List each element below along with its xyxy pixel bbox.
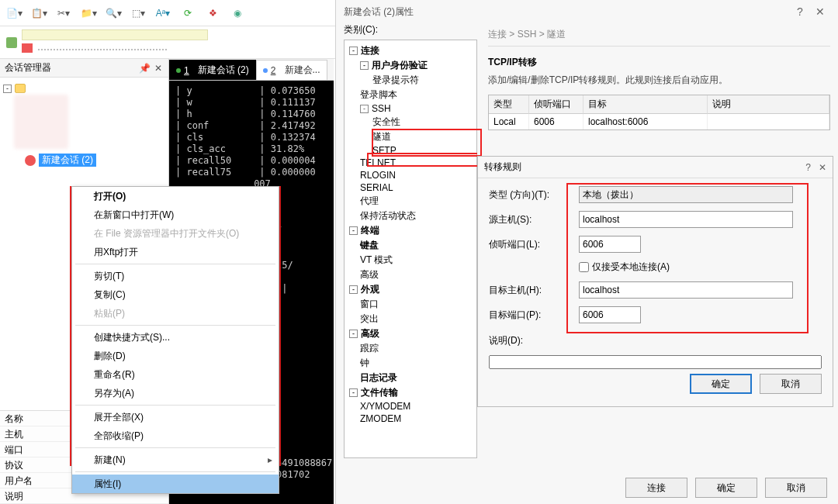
cancel-button[interactable]: 取消	[765, 478, 827, 498]
toolbar-icon[interactable]: ◉	[227, 4, 248, 22]
section-heading: TCP/IP转移	[488, 51, 830, 74]
status-dot-icon	[176, 68, 181, 73]
listen-label: 侦听端口(L):	[489, 238, 574, 251]
dest-host-input[interactable]	[579, 281, 793, 299]
dialog-title: 新建会话 (2)属性	[344, 5, 414, 19]
ctx-copy[interactable]: 复制(C)	[72, 285, 279, 304]
section-desc: 添加/编辑/删除TCP/IP转移规则。此规则连接后自动应用。	[488, 74, 830, 95]
session-node[interactable]: 新建会话 (2)	[25, 154, 165, 167]
panel-title: 会话管理器	[5, 61, 136, 74]
session-icon	[25, 155, 36, 166]
sub-title: 转移规则	[484, 161, 521, 174]
toolbar-icon[interactable]: 📋▾	[28, 4, 50, 22]
pin-icon[interactable]: 📌	[139, 63, 150, 74]
properties-dialog: 新建会话 (2)属性 ? ✕ 类别(C): -连接 -用户身份验证 登录提示符 …	[335, 0, 838, 504]
type-label: 类型 (方向)(T):	[489, 188, 574, 202]
source-host-input[interactable]	[579, 211, 793, 228]
toolbar-icon[interactable]: ⟳	[177, 4, 199, 22]
listen-port-input[interactable]	[579, 236, 641, 253]
table-row[interactable]: Local 6006 localhost:6006	[489, 114, 829, 129]
dstport-label: 目标端口(P):	[489, 309, 574, 322]
tab-session-2[interactable]: 2 新建会...	[256, 60, 327, 80]
lock-icon	[6, 37, 17, 48]
chevron-right-icon: ▸	[268, 454, 272, 465]
col-desc: 说明	[708, 95, 829, 114]
folder-icon	[15, 84, 26, 93]
ctx-delete[interactable]: 删除(D)	[72, 347, 279, 365]
ctx-open[interactable]: 打开(O)	[72, 187, 279, 205]
ok-button[interactable]: 确定	[695, 478, 757, 498]
dst-label: 目标主机(H):	[489, 284, 574, 297]
breadcrumb: 连接 > SSH > 隧道	[488, 23, 830, 46]
local-only-label: 仅接受本地连接(A)	[592, 261, 670, 274]
ctx-rename[interactable]: 重命名(R)	[72, 365, 279, 384]
close-icon[interactable]: ✕	[819, 162, 826, 173]
tab-session-1[interactable]: 1 新建会话 (2)	[169, 60, 256, 80]
session-tabs: 1 新建会话 (2) 2 新建会...	[169, 59, 334, 81]
forward-rules-table[interactable]: 类型 侦听端口 目标 说明 Local 6006 localhost:6006	[488, 95, 830, 130]
toolbar-icon[interactable]: ❖	[202, 4, 223, 22]
description-input[interactable]	[489, 355, 822, 369]
status-dot-icon	[263, 68, 268, 73]
col-target: 目标	[583, 95, 708, 114]
ctx-open-xftp[interactable]: 用Xftp打开	[72, 243, 279, 261]
tree-tunnel[interactable]: 隧道	[346, 129, 475, 144]
toolbar-icon[interactable]: ✂▾	[53, 4, 74, 22]
ok-button[interactable]: 确定	[690, 374, 752, 394]
close-icon[interactable]: ✕	[810, 5, 830, 18]
col-listen: 侦听端口	[529, 95, 583, 114]
toolbar-icon[interactable]: Aª▾	[152, 4, 174, 22]
help-icon[interactable]: ?	[805, 162, 811, 173]
ctx-expand-all[interactable]: 展开全部(X)	[72, 408, 279, 426]
src-label: 源主机(S):	[489, 213, 574, 226]
ctx-open-explorer: 在 File 资源管理器中打开文件夹(O)	[72, 224, 279, 243]
local-only-checkbox[interactable]	[579, 262, 589, 272]
ctx-properties[interactable]: 属性(I)	[72, 475, 279, 493]
ctx-new[interactable]: 新建(N)▸	[72, 450, 279, 469]
toolbar-icon[interactable]: 🔍▾	[102, 4, 124, 22]
type-select[interactable]: 本地（拨出）	[579, 186, 793, 203]
ctx-paste: 粘贴(P)	[72, 304, 279, 323]
bookmark-hint: ⋯⋯⋯⋯⋯⋯⋯⋯⋯⋯⋯⋯⋯⋯	[37, 44, 168, 55]
ctx-shortcut[interactable]: 创建快捷方式(S)...	[72, 328, 279, 347]
root-folder[interactable]: -	[3, 82, 165, 95]
flag-icon	[22, 43, 33, 53]
connect-button[interactable]: 连接	[625, 478, 687, 498]
desc-label: 说明(D):	[489, 334, 574, 347]
ctx-saveas[interactable]: 另存为(A)	[72, 384, 279, 402]
col-type: 类型	[489, 95, 529, 114]
category-tree[interactable]: -连接 -用户身份验证 登录提示符 登录脚本 -SSH 安全性 隧道 SFTP …	[344, 40, 477, 458]
toolbar-icon[interactable]: 📁▾	[78, 4, 99, 22]
transfer-rule-dialog: 转移规则 ? ✕ 类型 (方向)(T): 本地（拨出） 源主机(S):	[477, 156, 833, 407]
toolbar-icon[interactable]: 📄▾	[3, 4, 25, 22]
blurred-content	[14, 95, 68, 149]
ctx-cut[interactable]: 剪切(T)	[72, 267, 279, 285]
ctx-open-new-window[interactable]: 在新窗口中打开(W)	[72, 205, 279, 224]
dest-port-input[interactable]	[579, 306, 641, 323]
cancel-button[interactable]: 取消	[760, 374, 822, 394]
session-label: 新建会话 (2)	[39, 154, 96, 167]
context-menu: 打开(O) 在新窗口中打开(W) 在 File 资源管理器中打开文件夹(O) 用…	[71, 186, 279, 494]
category-label: 类别(C):	[344, 23, 477, 36]
close-icon[interactable]: ✕	[153, 63, 164, 74]
toolbar-icon[interactable]: ⬚▾	[127, 4, 149, 22]
ctx-collapse-all[interactable]: 全部收缩(P)	[72, 426, 279, 445]
help-icon[interactable]: ?	[790, 5, 810, 18]
